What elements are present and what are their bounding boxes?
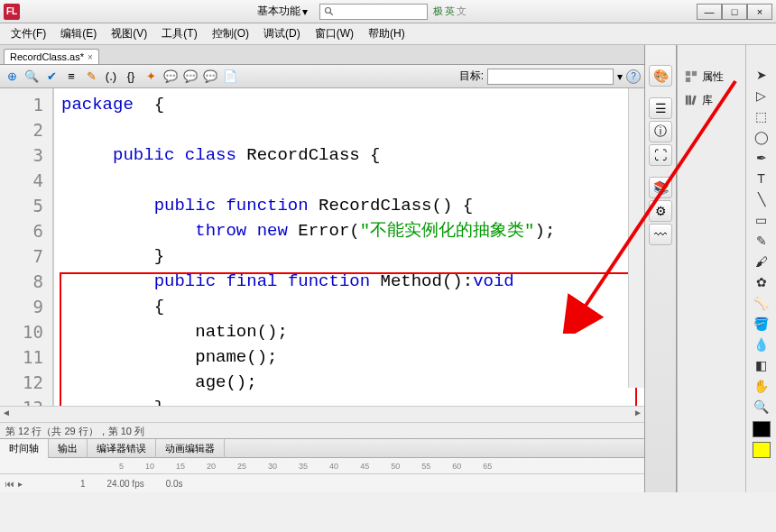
- menu-bar: 文件(F) 编辑(E) 视图(V) 工具(T) 控制(O) 调试(D) 窗口(W…: [0, 23, 776, 45]
- svg-point-0: [325, 7, 330, 13]
- fill-color[interactable]: [753, 442, 771, 458]
- document-tabs: RecordClass.as*×: [0, 45, 644, 65]
- eyedropper-icon[interactable]: 💧: [751, 335, 772, 354]
- svg-rect-4: [686, 78, 690, 82]
- bucket-tool-icon[interactable]: 🪣: [751, 314, 772, 334]
- brace-open-icon[interactable]: {}: [123, 69, 139, 85]
- timeline-panel: 5101520253035404550556065 ⏮ ▸ 1 24.00 fp…: [0, 458, 644, 492]
- text-tool-icon[interactable]: T: [751, 169, 772, 188]
- tab-motion-editor[interactable]: 动画编辑器: [156, 439, 225, 458]
- add-icon[interactable]: ⊕: [4, 69, 20, 85]
- motion-icon[interactable]: 〰: [649, 224, 672, 245]
- brace-close-icon[interactable]: ✦: [143, 69, 159, 85]
- timeline-controls: ⏮ ▸ 1 24.00 fps 0.0s: [0, 474, 644, 492]
- swatches-icon[interactable]: 🎨: [649, 65, 672, 87]
- title-bar: FL 基本功能▾ 极英文 — □ ×: [0, 0, 776, 23]
- svg-line-1: [329, 12, 332, 14]
- paren-icon[interactable]: (.): [103, 69, 119, 85]
- properties-panel: 属性 库: [677, 45, 745, 492]
- properties-tab[interactable]: 属性: [678, 65, 745, 88]
- info-icon[interactable]: ⓘ: [649, 121, 672, 142]
- pencil-tool-icon[interactable]: ✎: [751, 231, 772, 251]
- eraser-tool-icon[interactable]: ◧: [751, 355, 772, 375]
- selection-tool-icon[interactable]: ➤: [751, 65, 772, 85]
- comment2-icon[interactable]: 💬: [182, 69, 199, 85]
- status-bar: 第 12 行（共 29 行），第 10 列: [0, 422, 644, 438]
- free-transform-icon[interactable]: ⬚: [751, 106, 772, 126]
- svg-rect-7: [691, 96, 696, 105]
- bone-tool-icon[interactable]: 🦴: [751, 293, 772, 313]
- tab-compiler-errors[interactable]: 编译器错误: [88, 439, 156, 458]
- menu-view[interactable]: 视图(V): [106, 24, 152, 43]
- search-icon: [324, 6, 335, 17]
- pen-tool-icon[interactable]: ✒: [751, 148, 772, 168]
- maximize-button[interactable]: □: [722, 4, 747, 20]
- help-button[interactable]: ?: [626, 69, 641, 84]
- hand-tool-icon[interactable]: ✋: [751, 376, 772, 396]
- code-body[interactable]: package { public class RecordClass { pub…: [54, 88, 644, 406]
- library-tab[interactable]: 库: [678, 88, 745, 112]
- vertical-scrollbar[interactable]: [628, 88, 644, 388]
- chevron-down-icon[interactable]: ▾: [617, 70, 623, 83]
- collapse-icon[interactable]: 📄: [222, 69, 238, 85]
- icon-strip: 🎨 ☰ ⓘ ⛶ 📚 ⚙ 〰: [644, 45, 677, 492]
- tab-output[interactable]: 输出: [49, 439, 88, 458]
- hint-icon[interactable]: ✎: [83, 69, 99, 85]
- minimize-button[interactable]: —: [697, 4, 722, 20]
- ime-indicator: 极英文: [433, 5, 467, 18]
- app-logo: FL: [4, 4, 20, 20]
- menu-file[interactable]: 文件(F): [5, 24, 51, 43]
- brush-tool-icon[interactable]: 🖌: [751, 252, 772, 271]
- menu-tools[interactable]: 工具(T): [156, 24, 202, 43]
- target-label: 目标:: [459, 69, 484, 84]
- svg-rect-6: [688, 96, 691, 105]
- check-icon[interactable]: ✔: [43, 69, 60, 85]
- menu-edit[interactable]: 编辑(E): [55, 24, 102, 43]
- menu-window[interactable]: 窗口(W): [309, 24, 359, 43]
- timeline-ruler[interactable]: 5101520253035404550556065: [0, 458, 644, 474]
- code-editor[interactable]: 123456789101112131415 package { public c…: [0, 88, 644, 406]
- stroke-color[interactable]: [753, 421, 771, 437]
- components-icon[interactable]: ⚙: [649, 200, 672, 222]
- library-icon: [684, 94, 698, 106]
- menu-debug[interactable]: 调试(D): [258, 24, 306, 43]
- search-input[interactable]: [319, 4, 428, 20]
- svg-rect-2: [686, 71, 690, 76]
- chevron-down-icon: ▾: [302, 5, 308, 18]
- tab-close-icon[interactable]: ×: [88, 52, 93, 62]
- horizontal-scrollbar[interactable]: [0, 406, 644, 422]
- deco-tool-icon[interactable]: ✿: [751, 272, 772, 292]
- library-icon[interactable]: 📚: [649, 177, 672, 198]
- file-tab[interactable]: RecordClass.as*×: [4, 49, 99, 64]
- rect-tool-icon[interactable]: ▭: [751, 210, 772, 230]
- line-tool-icon[interactable]: ╲: [751, 189, 772, 209]
- svg-rect-5: [686, 96, 688, 105]
- menu-control[interactable]: 控制(O): [207, 24, 254, 43]
- tab-timeline[interactable]: 时间轴: [0, 439, 49, 458]
- target-input[interactable]: [487, 69, 614, 85]
- bottom-panel-tabs: 时间轴 输出 编译器错误 动画编辑器: [0, 438, 644, 458]
- comment3-icon[interactable]: 💬: [202, 69, 218, 85]
- find-icon[interactable]: 🔍: [23, 69, 40, 85]
- transform-icon[interactable]: ⛶: [649, 144, 672, 166]
- zoom-tool-icon[interactable]: 🔍: [751, 397, 772, 417]
- line-gutter: 123456789101112131415: [0, 88, 54, 406]
- align-icon[interactable]: ☰: [649, 97, 672, 119]
- comment-icon[interactable]: 💬: [162, 69, 179, 85]
- lasso-tool-icon[interactable]: ◯: [751, 127, 772, 147]
- close-button[interactable]: ×: [747, 4, 772, 20]
- code-toolbar: ⊕ 🔍 ✔ ≡ ✎ (.) {} ✦ 💬 💬 💬 📄 目标: ▾ ?: [0, 65, 644, 88]
- layout-dropdown[interactable]: 基本功能▾: [251, 1, 314, 22]
- play-icon[interactable]: ▸: [18, 479, 23, 489]
- subselect-tool-icon[interactable]: ▷: [751, 86, 772, 105]
- tools-panel: ➤ ▷ ⬚ ◯ ✒ T ╲ ▭ ✎ 🖌 ✿ 🦴 🪣 💧 ◧ ✋ 🔍: [745, 45, 776, 492]
- properties-icon: [684, 70, 698, 83]
- format-icon[interactable]: ≡: [63, 69, 79, 85]
- menu-help[interactable]: 帮助(H): [363, 24, 411, 43]
- svg-rect-3: [692, 71, 697, 76]
- rewind-icon[interactable]: ⏮: [5, 479, 14, 489]
